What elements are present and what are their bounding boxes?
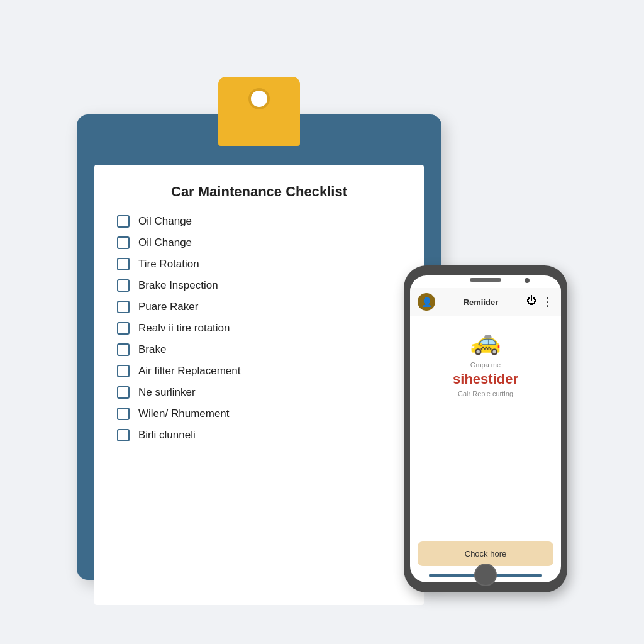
checklist-item: Oil Change (117, 215, 401, 228)
checklist-item: Puare Raker (117, 301, 401, 313)
phone-screen: 👤 Remiider ⏻ ⋮ 🚕 Gmpa me sihestider Cair… (410, 275, 561, 582)
phone-header-icons: ⏻ ⋮ (526, 295, 553, 309)
checklist-list: Oil ChangeOil ChangeTire RotationBrake I… (117, 215, 401, 441)
checklist-item: Air filter Replacement (117, 365, 401, 377)
checklist-item: Realv ii tire rotation (117, 322, 401, 335)
scene: Car Maintenance Checklist Oil ChangeOil … (77, 52, 567, 592)
checklist-label-5: Realv ii tire rotation (138, 322, 230, 335)
clipboard-board: Car Maintenance Checklist Oil ChangeOil … (77, 114, 441, 580)
phone-screen-area: 👤 Remiider ⏻ ⋮ 🚕 Gmpa me sihestider Cair… (410, 275, 561, 582)
checklist-label-8: Ne surlinker (138, 386, 196, 399)
clip-hole (248, 88, 270, 109)
car-emoji: 🚕 (470, 326, 501, 356)
power-icon[interactable]: ⏻ (526, 295, 536, 309)
checkbox-5[interactable] (117, 322, 130, 335)
checklist-label-6: Brake (138, 343, 166, 356)
checkbox-4[interactable] (117, 301, 130, 313)
checklist-label-7: Air filter Replacement (138, 365, 241, 377)
avatar: 👤 (418, 293, 435, 311)
checklist-label-9: Wilen/ Rhumement (138, 408, 230, 420)
checklist-item: Birli clunneli (117, 429, 401, 441)
more-options-icon[interactable]: ⋮ (541, 295, 553, 309)
phone-header-title: Remiider (464, 297, 499, 307)
checkbox-1[interactable] (117, 236, 130, 249)
checklist-label-4: Puare Raker (138, 301, 198, 313)
clipboard: Car Maintenance Checklist Oil ChangeOil … (77, 77, 441, 580)
checklist-label-10: Birli clunneli (138, 429, 196, 441)
checklist-item: Ne surlinker (117, 386, 401, 399)
phone-speaker (470, 278, 501, 282)
phone-home-button[interactable] (474, 564, 497, 586)
phone-header: 👤 Remiider ⏻ ⋮ (410, 288, 561, 316)
checkbox-7[interactable] (117, 365, 130, 377)
checklist-label-1: Oil Change (138, 236, 192, 249)
checkbox-6[interactable] (117, 343, 130, 356)
checklist-item: Brake Inspection (117, 279, 401, 292)
phone-subtitle: Gmpa me (470, 361, 501, 369)
checkbox-10[interactable] (117, 429, 130, 441)
phone-outer: 👤 Remiider ⏻ ⋮ 🚕 Gmpa me sihestider Cair… (404, 265, 567, 592)
checklist-item: Oil Change (117, 236, 401, 249)
checklist-item: Brake (117, 343, 401, 356)
phone-content: 🚕 Gmpa me sihestider Cair Reple curting (410, 316, 561, 536)
checkbox-3[interactable] (117, 279, 130, 292)
checklist-item: Wilen/ Rhumement (117, 408, 401, 420)
phone-description: Cair Reple curting (458, 390, 513, 397)
checkbox-9[interactable] (117, 408, 130, 420)
checkbox-2[interactable] (117, 258, 130, 270)
checklist-title: Car Maintenance Checklist (117, 184, 401, 200)
cta-button[interactable]: Chock hore (418, 541, 553, 566)
checklist-label-2: Tire Rotation (138, 258, 199, 270)
checkbox-0[interactable] (117, 215, 130, 228)
phone-main-text: sihestider (453, 371, 518, 387)
phone-camera-dot (525, 278, 530, 283)
phone: 👤 Remiider ⏻ ⋮ 🚕 Gmpa me sihestider Cair… (404, 265, 567, 592)
clipboard-paper: Car Maintenance Checklist Oil ChangeOil … (94, 165, 424, 605)
checklist-label-0: Oil Change (138, 215, 192, 228)
checkbox-8[interactable] (117, 386, 130, 399)
checklist-label-3: Brake Inspection (138, 279, 218, 292)
clipboard-clip (218, 77, 300, 146)
checklist-item: Tire Rotation (117, 258, 401, 270)
